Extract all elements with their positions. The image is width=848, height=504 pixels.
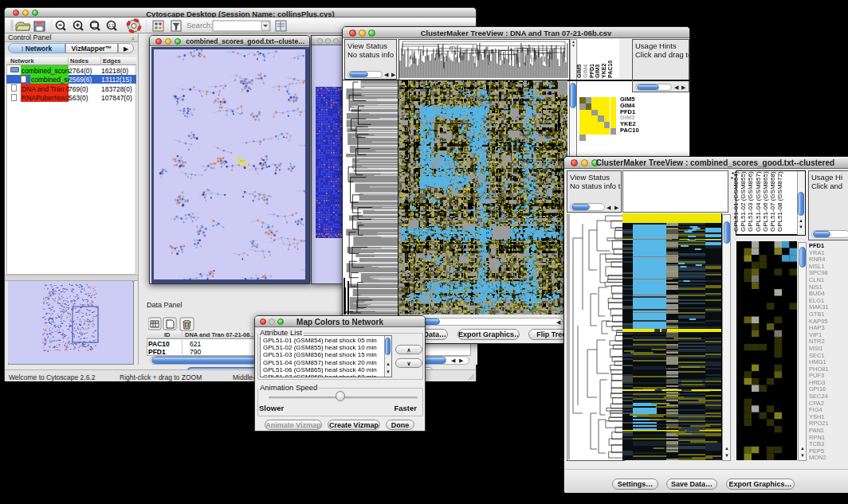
svg-text:Search:: Search:: [186, 21, 213, 29]
svg-text:1:1: 1:1: [108, 23, 114, 28]
